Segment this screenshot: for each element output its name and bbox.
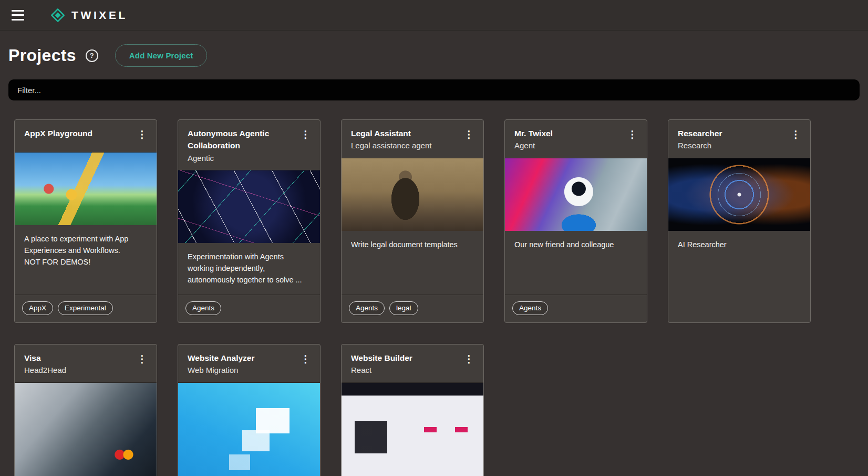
- card-titles: AppX Playground: [24, 127, 92, 139]
- project-card-autonymous-agentic-collaboration[interactable]: Autonymous Agentic Collaboration Agentic…: [178, 119, 321, 323]
- project-description: AI Researcher: [668, 231, 810, 322]
- project-card-legal-assistant[interactable]: Legal Assistant Legal assistance agent ⋮…: [341, 119, 484, 323]
- kebab-icon: ⋮: [627, 129, 637, 140]
- card-titles: Legal Assistant Legal assistance agent: [351, 127, 431, 151]
- project-card-visa[interactable]: Visa Head2Head ⋮: [14, 344, 157, 476]
- project-title: Website Builder: [351, 352, 412, 364]
- card-menu-button[interactable]: ⋮: [133, 352, 151, 366]
- project-title: Website Analyzer: [188, 352, 255, 364]
- card-menu-button[interactable]: ⋮: [296, 127, 315, 141]
- tag-pill: AppX: [22, 301, 53, 315]
- card-header: Mr. Twixel Agent ⋮: [505, 120, 647, 158]
- project-thumbnail-robot: [505, 158, 647, 231]
- project-thumbnail-courtroom: [342, 158, 483, 231]
- project-tags: Agents legal: [342, 295, 483, 322]
- card-menu-button[interactable]: ⋮: [296, 352, 315, 366]
- card-titles: Autonymous Agentic Collaboration Agentic: [188, 127, 296, 164]
- page-title: Projects: [8, 46, 76, 65]
- project-thumbnail-website-screenshots: [342, 383, 483, 476]
- project-subtitle: Research: [678, 140, 722, 151]
- project-title: Autonymous Agentic Collaboration: [188, 127, 296, 152]
- card-menu-button[interactable]: ⋮: [133, 127, 151, 141]
- project-card-website-analyzer[interactable]: Website Analyzer Web Migration ⋮: [178, 344, 321, 476]
- tag-pill: Agents: [185, 301, 221, 315]
- project-description: Write legal document templates: [342, 231, 483, 295]
- card-titles: Mr. Twixel Agent: [514, 127, 553, 151]
- project-thumbnail-playground: [15, 153, 157, 225]
- project-grid: AppX Playground ⋮ A place to experiment …: [14, 119, 868, 476]
- question-mark-glyph: ?: [90, 52, 94, 59]
- filter-bar: [0, 67, 868, 100]
- project-description: A place to experiment with App Experienc…: [15, 225, 157, 295]
- project-card-appx-playground[interactable]: AppX Playground ⋮ A place to experiment …: [14, 119, 157, 323]
- project-subtitle: Web Migration: [188, 364, 255, 376]
- card-header: Autonymous Agentic Collaboration Agentic…: [178, 120, 320, 170]
- card-menu-button[interactable]: ⋮: [460, 127, 478, 141]
- project-subtitle: React: [351, 364, 412, 376]
- kebab-icon: ⋮: [301, 353, 311, 364]
- project-subtitle: Head2Head: [24, 364, 66, 376]
- filter-input[interactable]: [8, 79, 860, 100]
- tag-pill: Agents: [349, 301, 385, 315]
- card-header: Website Analyzer Web Migration ⋮: [178, 345, 320, 383]
- project-description: Experimentation with Agents working inde…: [178, 243, 320, 294]
- twixel-diamond-icon: [50, 8, 65, 23]
- brand-logo: TWIXEL: [50, 8, 128, 23]
- project-subtitle: Agentic: [188, 153, 296, 164]
- tag-pill: Experimental: [58, 301, 113, 315]
- help-icon[interactable]: ?: [86, 49, 98, 62]
- card-titles: Website Analyzer Web Migration: [188, 352, 255, 376]
- project-card-researcher[interactable]: Researcher Research ⋮ AI Researcher: [668, 119, 811, 323]
- card-header: Visa Head2Head ⋮: [15, 345, 157, 383]
- project-card-mr-twixel[interactable]: Mr. Twixel Agent ⋮ Our new friend and co…: [504, 119, 647, 323]
- card-header: AppX Playground ⋮: [15, 120, 157, 153]
- kebab-icon: ⋮: [464, 353, 474, 364]
- hamburger-menu-icon[interactable]: [11, 9, 27, 22]
- project-tags: Agents: [178, 295, 320, 322]
- project-tags: AppX Experimental: [15, 295, 157, 322]
- card-header: Website Builder React ⋮: [342, 345, 483, 383]
- project-subtitle: Agent: [514, 140, 553, 151]
- add-new-project-button[interactable]: Add New Project: [115, 44, 207, 67]
- project-tags: Agents: [505, 295, 647, 322]
- project-thumbnail-particle-waves: [668, 158, 810, 231]
- kebab-icon: ⋮: [137, 353, 147, 364]
- project-subtitle: Legal assistance agent: [351, 140, 431, 151]
- tag-pill: legal: [389, 301, 418, 315]
- project-thumbnail-blue-documents: [178, 383, 320, 476]
- project-title: Visa: [24, 352, 66, 364]
- kebab-icon: ⋮: [137, 129, 147, 140]
- project-description: Our new friend and colleague: [505, 231, 647, 295]
- project-title: AppX Playground: [24, 127, 92, 139]
- top-bar: TWIXEL: [0, 0, 868, 31]
- card-menu-button[interactable]: ⋮: [787, 127, 805, 141]
- project-thumbnail-network: [178, 170, 320, 243]
- card-titles: Researcher Research: [678, 127, 722, 151]
- card-menu-button[interactable]: ⋮: [460, 352, 478, 366]
- project-thumbnail-credit-cards: [15, 383, 157, 476]
- project-card-website-builder[interactable]: Website Builder React ⋮: [341, 344, 484, 476]
- project-title: Mr. Twixel: [514, 127, 553, 139]
- card-menu-button[interactable]: ⋮: [623, 127, 642, 141]
- card-header: Legal Assistant Legal assistance agent ⋮: [342, 120, 483, 158]
- card-titles: Visa Head2Head: [24, 352, 66, 376]
- card-titles: Website Builder React: [351, 352, 412, 376]
- project-title: Researcher: [678, 127, 722, 139]
- kebab-icon: ⋮: [301, 129, 311, 140]
- brand-name: TWIXEL: [71, 9, 128, 22]
- kebab-icon: ⋮: [791, 129, 801, 140]
- page-header: Projects ? Add New Project: [0, 31, 868, 67]
- card-header: Researcher Research ⋮: [668, 120, 810, 158]
- project-title: Legal Assistant: [351, 127, 431, 139]
- kebab-icon: ⋮: [464, 129, 474, 140]
- tag-pill: Agents: [512, 301, 548, 315]
